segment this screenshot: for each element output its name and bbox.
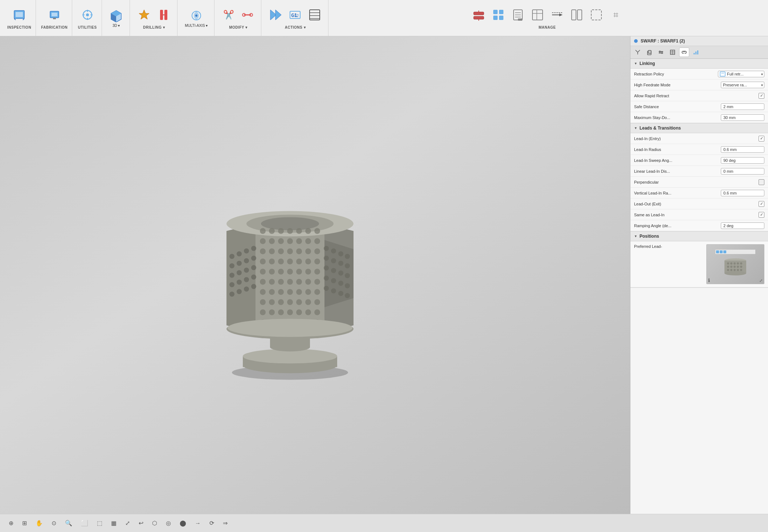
lead-in-radius-input[interactable]	[721, 146, 764, 153]
prop-lead-in-radius: Lead-In Radius	[630, 144, 768, 155]
expand-icon[interactable]: ⤢	[759, 278, 763, 283]
tab-chart[interactable]	[691, 48, 701, 57]
perpendicular-value[interactable]	[759, 179, 764, 185]
drilling-button-1[interactable]	[135, 7, 153, 23]
prop-preferred-lead: Preferred Lead-	[630, 241, 768, 287]
section-positions-header[interactable]: ▼ Positions	[630, 232, 768, 241]
perpendicular-checkbox[interactable]	[759, 179, 764, 185]
prop-allow-rapid-retract: Allow Rapid Retract	[630, 90, 768, 101]
modify-btn-1[interactable]: ✂️	[220, 7, 238, 23]
bottom-btn-fill[interactable]: ⬤	[178, 518, 188, 528]
prop-safe-distance: Safe Distance	[630, 101, 768, 112]
svg-point-83	[278, 249, 284, 254]
max-stay-down-label: Maximum Stay-Do...	[634, 115, 721, 120]
high-feedrate-select-wrapper[interactable]: Preserve ra... As rapid None	[721, 82, 764, 88]
svg-point-201	[727, 262, 729, 265]
bottom-btn-next[interactable]: ⇒	[221, 518, 229, 528]
tab-tool[interactable]	[633, 48, 643, 57]
svg-point-105	[287, 279, 293, 285]
svg-rect-5	[52, 13, 57, 16]
svg-point-75	[269, 238, 275, 244]
svg-point-157	[324, 246, 329, 251]
preferred-lead-thumbnail: ℹ ⤢	[706, 244, 764, 284]
bottom-btn-rotate[interactable]: ⟳	[208, 518, 216, 528]
tab-settings[interactable]	[656, 48, 666, 57]
manage-label: MANAGE	[539, 25, 556, 29]
high-feedrate-select[interactable]: Preserve ra... As rapid None	[721, 82, 764, 88]
fabrication-button[interactable]	[45, 7, 64, 23]
bottom-btn-undo[interactable]: ↩	[137, 518, 145, 528]
manage-btn-3[interactable]	[509, 7, 527, 23]
manage-btn-2[interactable]	[489, 7, 507, 23]
utilities-button[interactable]	[78, 7, 97, 23]
bottom-btn-zoom-window[interactable]: 🔍	[64, 518, 74, 528]
bottom-btn-view[interactable]: ⬜	[79, 518, 90, 528]
svg-point-126	[287, 310, 293, 315]
svg-point-153	[229, 292, 234, 297]
svg-rect-55	[591, 10, 601, 20]
3d-button[interactable]: 3D ▾	[107, 7, 125, 29]
bottom-btn-shape[interactable]: ⬡	[151, 518, 159, 528]
actions-btn-1[interactable]	[266, 7, 285, 23]
bottom-btn-arrow[interactable]: →	[193, 519, 202, 528]
bottom-btn-circle[interactable]: ◎	[164, 518, 172, 528]
svg-point-91	[287, 259, 293, 265]
safe-distance-input[interactable]	[721, 103, 764, 110]
ramping-angle-input[interactable]	[721, 222, 764, 229]
toolbar-section-actions: G1 G2 ACTIONS ▾	[262, 0, 328, 36]
same-as-lead-in-value[interactable]	[759, 212, 764, 218]
svg-point-152	[251, 275, 256, 280]
tab-table[interactable]	[667, 48, 678, 57]
allow-rapid-retract-value[interactable]	[759, 93, 764, 99]
manage-btn-1[interactable]	[470, 7, 488, 23]
bottom-btn-display[interactable]: ⬚	[95, 518, 104, 528]
extra-btn-1[interactable]	[568, 7, 586, 23]
lead-in-sweep-input[interactable]	[721, 157, 764, 164]
svg-point-128	[305, 310, 311, 315]
bottom-btn-pan[interactable]: ✋	[34, 518, 44, 528]
lead-out-exit-value[interactable]	[759, 201, 764, 207]
lead-in-entry-value[interactable]	[759, 136, 764, 142]
lead-in-sweep-value	[721, 157, 764, 164]
modify-btn-2[interactable]	[238, 7, 257, 23]
allow-rapid-retract-checkbox[interactable]	[759, 93, 764, 99]
svg-point-162	[331, 258, 336, 263]
bottom-btn-grid[interactable]: ▦	[110, 518, 118, 528]
actions-btn-3[interactable]	[306, 7, 324, 23]
info-icon[interactable]: ℹ	[708, 278, 710, 283]
extra-btn-3[interactable]: ⌗	[607, 7, 625, 23]
ramping-angle-value	[721, 222, 764, 229]
tab-copy[interactable]	[644, 48, 654, 57]
preview-thumbnail[interactable]: ℹ ⤢	[706, 244, 764, 284]
section-linking-header[interactable]: ▼ Linking	[630, 59, 768, 69]
viewport[interactable]	[0, 36, 630, 514]
linear-lead-in-value	[721, 168, 764, 175]
tab-link[interactable]	[679, 48, 689, 57]
drilling-button-2[interactable]	[155, 7, 173, 23]
linear-lead-in-input[interactable]	[721, 168, 764, 175]
main-area: SWARF : SWARF1 (2)	[0, 36, 768, 514]
manage-btn-5[interactable]	[548, 7, 566, 23]
linking-collapse-icon: ▼	[634, 62, 637, 65]
lead-out-exit-checkbox[interactable]	[759, 201, 764, 207]
bottom-btn-snap[interactable]: ⤢	[124, 518, 131, 528]
bottom-btn-zoom[interactable]: ⊙	[50, 518, 58, 528]
bottom-btn-navigate[interactable]: ⊕	[7, 518, 15, 528]
manage-btn-4[interactable]	[528, 7, 547, 23]
retraction-policy-select-wrapper[interactable]: Full retr... Minimize retracts No retrac…	[718, 71, 764, 77]
section-leads-header[interactable]: ▼ Leads & Transitions	[630, 123, 768, 133]
svg-point-106	[296, 279, 302, 285]
svg-point-124	[269, 310, 275, 315]
vertical-lead-in-input[interactable]	[721, 190, 764, 196]
lead-in-entry-checkbox[interactable]	[759, 136, 764, 142]
bottom-btn-2[interactable]: ⊞	[21, 518, 28, 528]
retraction-policy-select[interactable]: Full retr... Minimize retracts No retrac…	[718, 71, 764, 77]
svg-point-68	[269, 228, 275, 234]
max-stay-down-input[interactable]	[721, 114, 764, 121]
multiaxis-button[interactable]: MULTI-AXIS ▾	[183, 7, 210, 29]
actions-label: ACTIONS ▾	[285, 25, 306, 29]
inspection-button[interactable]	[10, 7, 28, 23]
same-as-lead-in-checkbox[interactable]	[759, 212, 764, 218]
actions-btn-2[interactable]: G1 G2	[286, 7, 304, 23]
extra-btn-2[interactable]	[587, 7, 605, 23]
